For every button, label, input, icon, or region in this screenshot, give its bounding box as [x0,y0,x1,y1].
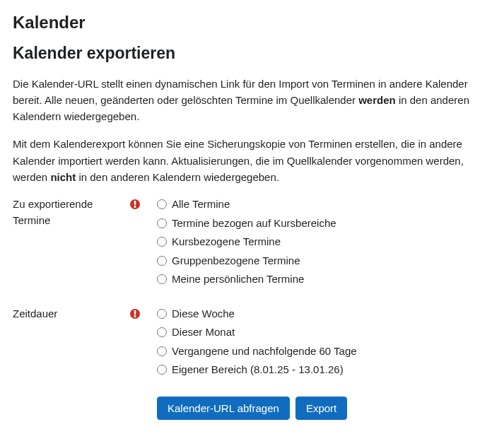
export-events-label: Zu exportierende Termine [13,197,126,228]
get-calendar-url-button[interactable]: Kalender-URL abfragen [157,397,290,420]
description-paragraph-1: Die Kalender-URL stellt einen dynamische… [13,76,491,125]
radio-option: Diese Woche [157,306,491,322]
p1-bold: werden [358,94,396,106]
radio-option: Alle Termine [157,197,491,213]
radio-label[interactable]: Dieser Monat [172,324,235,341]
radio-all-events[interactable] [157,199,167,209]
radio-recent-next-60[interactable] [157,346,167,356]
radio-custom-range[interactable] [157,365,167,375]
radio-label[interactable]: Gruppenbezogene Termine [172,253,300,269]
export-button[interactable]: Export [295,397,347,420]
time-period-label: Zeitdauer [13,306,126,322]
radio-option: Gruppenbezogene Termine [157,253,491,269]
button-row: Kalender-URL abfragen Export [13,397,491,420]
time-period-row: Zeitdauer Diese Woche Dieser Monat Verga… [13,306,491,381]
radio-label[interactable]: Kursbezogene Termine [172,234,281,250]
radio-label[interactable]: Eigener Bereich (8.01.25 - 13.01.26) [172,362,344,378]
radio-option: Vergangene und nachfolgende 60 Tage [157,344,491,360]
export-events-options: Alle Termine Termine bezogen auf Kursber… [140,197,491,291]
radio-option: Kursbezogene Termine [157,234,491,250]
section-title: Kalender exportieren [13,41,491,66]
time-period-options: Diese Woche Dieser Monat Vergangene und … [140,306,491,381]
radio-option: Eigener Bereich (8.01.25 - 13.01.26) [157,362,491,378]
radio-course-events[interactable] [157,237,167,247]
radio-category-events[interactable] [157,218,167,228]
radio-option: Meine persönlichen Termine [157,271,491,288]
radio-option: Termine bezogen auf Kursbereiche [157,216,491,232]
page-title: Kalender [13,10,491,35]
p2-bold: nicht [50,171,76,183]
required-icon [130,199,140,209]
radio-this-week[interactable] [157,309,167,319]
export-events-label-col: Zu exportierende Termine [13,197,140,228]
radio-group-events[interactable] [157,256,167,266]
radio-option: Dieser Monat [157,324,491,341]
radio-personal-events[interactable] [157,274,167,284]
radio-label[interactable]: Alle Termine [172,197,230,213]
radio-this-month[interactable] [157,327,167,337]
radio-label[interactable]: Diese Woche [172,306,235,322]
radio-label[interactable]: Vergangene und nachfolgende 60 Tage [172,344,357,360]
required-icon [130,309,140,319]
description-paragraph-2: Mit dem Kalenderexport können Sie eine S… [13,136,491,185]
p2-post: in den anderen Kalendern wiedergegeben. [76,171,279,183]
radio-label[interactable]: Termine bezogen auf Kursbereiche [172,216,336,232]
radio-label[interactable]: Meine persönlichen Termine [172,271,304,288]
time-period-label-col: Zeitdauer [13,306,140,322]
export-events-row: Zu exportierende Termine Alle Termine Te… [13,197,491,291]
